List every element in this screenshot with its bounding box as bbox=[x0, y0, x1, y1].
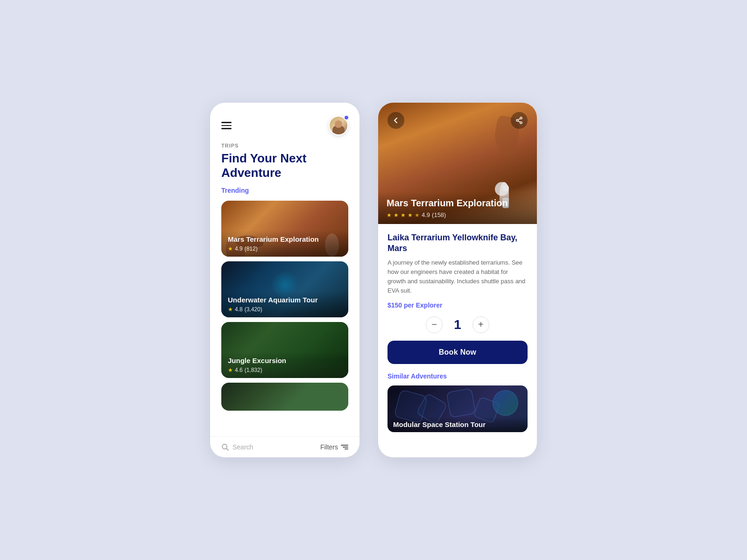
section-label: TRIPS bbox=[221, 143, 348, 148]
earth-decoration bbox=[493, 390, 518, 416]
trip-card-partial[interactable] bbox=[221, 383, 348, 411]
card-overlay: Underwater Aquarium Tour ★ 4.8 (3,420) bbox=[221, 291, 348, 317]
rating-value: 4.8 bbox=[235, 306, 243, 313]
detail-content: Laika Terrarium Yellowknife Bay, Mars A … bbox=[378, 224, 537, 457]
svg-line-6 bbox=[518, 121, 520, 122]
menu-icon[interactable] bbox=[221, 122, 232, 129]
card-rating: ★ 4.6 (1,832) bbox=[228, 367, 342, 373]
card-title: Mars Terrarium Exploration bbox=[228, 235, 342, 244]
avatar-notification-dot bbox=[344, 115, 349, 120]
similar-card-overlay: Modular Space Station Tour bbox=[388, 417, 528, 432]
trending-label: Trending bbox=[221, 187, 348, 194]
hero-rating: ★ ★ ★ ★ ★ 4.9 (158) bbox=[387, 211, 529, 218]
star-icon: ★ bbox=[408, 212, 413, 218]
left-content: TRIPS Find Your Next Adventure Trending … bbox=[210, 141, 359, 436]
svg-line-5 bbox=[518, 119, 520, 120]
search-placeholder: Search bbox=[233, 443, 253, 451]
similar-card[interactable]: Modular Space Station Tour bbox=[388, 385, 528, 432]
hero-review-count: (158) bbox=[432, 211, 446, 218]
star-icon: ★ bbox=[401, 212, 406, 218]
star-icon: ★ bbox=[228, 367, 233, 373]
detail-location: Laika Terrarium Yellowknife Bay, Mars bbox=[388, 232, 528, 253]
search-bar[interactable]: Search bbox=[221, 443, 253, 451]
share-icon bbox=[515, 117, 523, 124]
back-icon bbox=[392, 117, 400, 124]
filters-label: Filters bbox=[320, 443, 338, 451]
filter-icon bbox=[341, 445, 348, 449]
svg-point-2 bbox=[520, 117, 522, 119]
hero-bottom-info: Mars Terrarium Exploration ★ ★ ★ ★ ★ 4.9… bbox=[378, 192, 537, 224]
detail-price: $150 per Explorer bbox=[388, 301, 528, 309]
trip-card-jungle[interactable]: Jungle Excursion ★ 4.6 (1,832) bbox=[221, 322, 348, 378]
star-icon: ★ bbox=[394, 212, 399, 218]
quantity-increase-button[interactable]: + bbox=[472, 316, 489, 333]
card-overlay: Jungle Excursion ★ 4.6 (1,832) bbox=[221, 352, 348, 378]
review-count: (3,420) bbox=[245, 306, 262, 313]
similar-card-title: Modular Space Station Tour bbox=[393, 420, 522, 428]
review-count: (1,832) bbox=[245, 367, 262, 373]
astronaut-head bbox=[502, 185, 509, 191]
rating-value: 4.6 bbox=[235, 367, 243, 373]
similar-label: Similar Adventures bbox=[388, 372, 528, 380]
card-bg-partial bbox=[221, 383, 348, 411]
filters-button[interactable]: Filters bbox=[320, 443, 348, 451]
star-half-icon: ★ bbox=[415, 212, 420, 218]
card-title: Underwater Aquarium Tour bbox=[228, 296, 342, 304]
card-rating: ★ 4.9 (812) bbox=[228, 245, 342, 252]
svg-point-3 bbox=[516, 119, 518, 121]
trip-card-mars[interactable]: Mars Terrarium Exploration ★ 4.9 (812) bbox=[221, 201, 348, 257]
rating-value: 4.9 bbox=[235, 245, 243, 252]
star-icon: ★ bbox=[228, 245, 233, 252]
quantity-row: − 1 + bbox=[388, 316, 528, 333]
svg-line-1 bbox=[226, 448, 228, 450]
avatar-container[interactable] bbox=[329, 116, 348, 135]
svg-point-4 bbox=[520, 122, 522, 124]
left-header bbox=[210, 103, 359, 141]
hero-title: Mars Terrarium Exploration bbox=[387, 197, 529, 209]
right-panel: Mars Terrarium Exploration ★ ★ ★ ★ ★ 4.9… bbox=[378, 103, 537, 457]
detail-description: A journey of the newly established terra… bbox=[388, 258, 528, 296]
quantity-value: 1 bbox=[454, 317, 461, 332]
trip-card-aquarium[interactable]: Underwater Aquarium Tour ★ 4.8 (3,420) bbox=[221, 261, 348, 317]
search-icon bbox=[221, 443, 229, 451]
hero-image: Mars Terrarium Exploration ★ ★ ★ ★ ★ 4.9… bbox=[378, 103, 537, 224]
back-button[interactable] bbox=[388, 112, 404, 129]
card-rating: ★ 4.8 (3,420) bbox=[228, 306, 342, 313]
quantity-decrease-button[interactable]: − bbox=[426, 316, 443, 333]
share-button[interactable] bbox=[511, 112, 528, 129]
star-icon: ★ bbox=[387, 212, 392, 218]
main-title: Find Your Next Adventure bbox=[221, 151, 348, 180]
star-icon: ★ bbox=[228, 306, 233, 313]
hero-top-bar bbox=[378, 103, 537, 138]
hero-rating-value: 4.9 bbox=[422, 211, 430, 218]
review-count: (812) bbox=[245, 245, 258, 252]
left-footer: Search Filters bbox=[210, 436, 359, 457]
left-panel: TRIPS Find Your Next Adventure Trending … bbox=[210, 103, 359, 457]
card-title: Jungle Excursion bbox=[228, 357, 342, 365]
card-overlay: Mars Terrarium Exploration ★ 4.9 (812) bbox=[221, 231, 348, 257]
book-now-button[interactable]: Book Now bbox=[388, 341, 528, 364]
cards-list: Mars Terrarium Exploration ★ 4.9 (812) U… bbox=[221, 201, 348, 429]
